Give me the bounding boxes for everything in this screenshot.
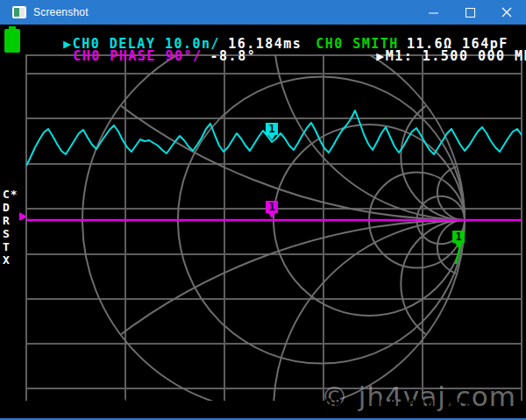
phase-value: -8.8° xyxy=(210,48,257,64)
status-letter: C* xyxy=(3,189,18,200)
status-letter: S xyxy=(3,229,11,239)
title-bar: Screenshot xyxy=(0,0,526,25)
smith-chart-plot: 111 xyxy=(0,25,526,420)
status-letter: R xyxy=(3,216,11,226)
marker-number: 1 xyxy=(268,201,274,213)
minimize-icon xyxy=(429,8,438,18)
battery-body xyxy=(4,29,20,53)
marker-number: 1 xyxy=(268,123,274,135)
window-title: Screenshot xyxy=(33,6,89,18)
marker-readout: ▶M1: 1.500 000 MHz xyxy=(339,39,526,74)
start-frequency: START 1.000 000 MHz xyxy=(26,399,202,410)
app-window: Screenshot ▶CH0 DELAY 10.0n/16.184ms CH0… xyxy=(0,0,526,420)
smith-grid xyxy=(0,25,526,420)
status-letter: X xyxy=(3,255,11,266)
marker-flag-ch0-phase: 1 xyxy=(266,201,278,218)
status-letter: T xyxy=(3,242,11,253)
stop-frequency: STOP 2.000 000 MHz xyxy=(306,399,473,410)
status-letter: D xyxy=(3,203,11,213)
app-icon xyxy=(12,6,26,18)
minimize-button[interactable] xyxy=(416,0,451,25)
smith-reactance-arcs xyxy=(0,25,526,420)
maximize-icon xyxy=(466,8,475,18)
phase-label: CH0 PHASE 90°/ xyxy=(73,48,202,64)
close-button[interactable] xyxy=(489,0,524,25)
marker-number: 1 xyxy=(455,231,461,243)
battery-icon xyxy=(4,26,20,53)
phase-readout: CH0 PHASE 90°/-8.8° xyxy=(36,39,256,74)
maximize-button[interactable] xyxy=(452,0,487,25)
close-icon xyxy=(501,7,512,18)
